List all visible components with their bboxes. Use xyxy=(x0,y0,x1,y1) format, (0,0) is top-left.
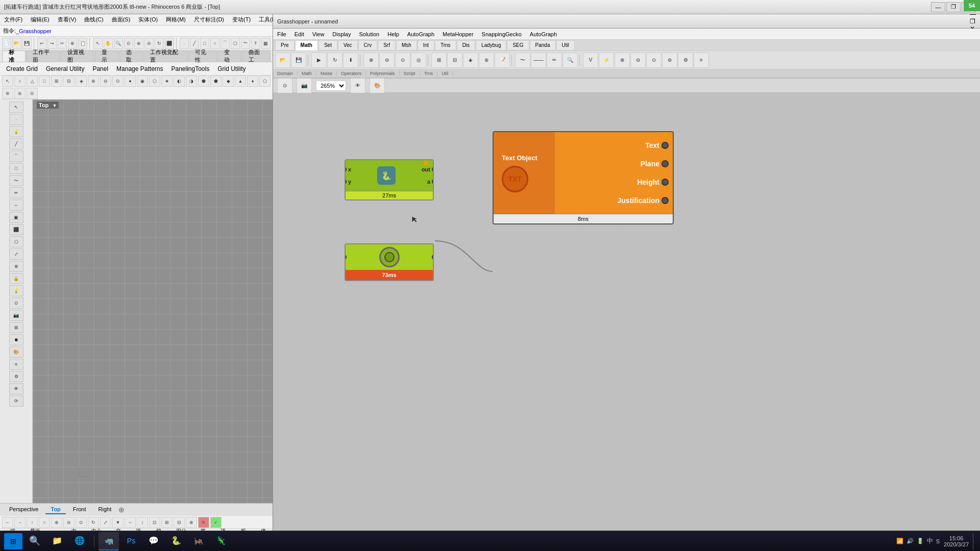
gh-tb-recompute[interactable]: ↻ xyxy=(327,53,342,68)
gh-canvas[interactable]: x y 🐍 xyxy=(273,93,980,551)
tb2-11[interactable]: ● xyxy=(125,76,136,87)
lt-line[interactable]: ╱ xyxy=(9,138,23,149)
gh-tb-extra-7[interactable]: ⚙ xyxy=(678,53,693,68)
gh-tab-dis[interactable]: Dis xyxy=(457,40,475,51)
gh-tab-pre[interactable]: Pre xyxy=(275,40,295,51)
gh-tab-crv[interactable]: Crv xyxy=(358,40,378,51)
gh-tb-notes[interactable]: 📝 xyxy=(495,53,510,68)
lt-arc[interactable]: ⌒ xyxy=(9,151,23,162)
lt-render[interactable]: 🎨 xyxy=(9,346,23,358)
tb-open[interactable]: 📂 xyxy=(12,38,21,49)
gh-restore[interactable]: ❐ xyxy=(970,18,976,25)
lt-history[interactable]: ⟳ xyxy=(9,395,23,407)
tb-select[interactable]: ↖ xyxy=(93,38,103,49)
tb-cut[interactable]: ✂ xyxy=(58,38,67,49)
gh-python-in-x-connector[interactable] xyxy=(345,166,347,172)
gh-node-text[interactable]: Text Object TXT Text Plane xyxy=(493,131,674,224)
gh-tb-sketch[interactable]: ✏ xyxy=(547,53,562,68)
tb2-2[interactable]: ○ xyxy=(14,76,26,87)
gh-out-plane-connector[interactable] xyxy=(662,160,669,167)
tb2-20[interactable]: ▲ xyxy=(235,76,246,87)
gh-tab-math[interactable]: Math xyxy=(295,40,318,51)
tb-rect[interactable]: □ xyxy=(200,38,209,49)
lt-visible[interactable]: 👁 xyxy=(9,383,23,394)
tb2-25[interactable]: ⊝ xyxy=(27,88,38,99)
tab-display[interactable]: 显示 xyxy=(95,51,118,62)
tb2-7[interactable]: ◈ xyxy=(76,76,87,87)
gh-text-left-connector[interactable] xyxy=(493,169,494,177)
taskbar-show-desktop[interactable] xyxy=(973,533,976,549)
vp-tab-add[interactable]: ⊕ xyxy=(118,506,125,514)
vp-tab-right[interactable]: Right xyxy=(93,505,117,514)
taskbar-network[interactable]: 📶 xyxy=(896,538,903,544)
tb2-4[interactable]: □ xyxy=(39,76,50,87)
bt-8[interactable]: ↻ xyxy=(88,517,99,528)
gh-zoom-visible[interactable]: ⊙ xyxy=(277,78,292,93)
gh-menu-autograph2[interactable]: AutoGraph xyxy=(528,30,559,38)
gh-tb-extra-6[interactable]: ⊜ xyxy=(662,53,677,68)
taskbar-lang-zh[interactable]: 中 xyxy=(927,537,933,545)
gh-tab-panda[interactable]: Panda xyxy=(530,40,556,51)
tb2-8[interactable]: ⊕ xyxy=(88,76,99,87)
taskbar-search[interactable]: 🔍 xyxy=(24,532,45,550)
taskbar-gh[interactable]: 🦗 xyxy=(188,532,209,550)
tb2-15[interactable]: ◐ xyxy=(174,76,185,87)
gh-tab-int[interactable]: Int xyxy=(418,40,434,51)
taskbar-ps[interactable]: Ps xyxy=(121,532,141,550)
tab-transform[interactable]: 变动 xyxy=(217,51,241,62)
taskbar-wechat[interactable]: 💬 xyxy=(143,532,164,550)
bt-14[interactable]: ⊞ xyxy=(161,517,173,528)
tb2-6[interactable]: ⊟ xyxy=(63,76,75,87)
tb2-16[interactable]: ◑ xyxy=(186,76,197,87)
bt-10[interactable]: ▼ xyxy=(112,517,124,528)
menu-surface[interactable]: 曲面(S) xyxy=(110,15,133,24)
menu-file[interactable]: 文件(F) xyxy=(2,15,24,24)
bt-1[interactable]: ← xyxy=(2,517,13,528)
tab-select[interactable]: 选取 xyxy=(119,51,143,62)
tb-new[interactable]: 📄 xyxy=(2,38,11,49)
gh-tb-zoomout[interactable]: ⊖ xyxy=(379,53,395,68)
gh-tb-zoomsel[interactable]: ◎ xyxy=(411,53,426,68)
bt-16[interactable]: ⊕ xyxy=(186,517,197,528)
lt-freehand[interactable]: ✏ xyxy=(9,187,23,198)
gh-tb-wire-full[interactable]: 〜 xyxy=(515,53,530,68)
tb-pan[interactable]: ✋ xyxy=(104,38,113,49)
tab-paneling-tools[interactable]: PanelingTools xyxy=(169,64,211,73)
vp-tab-front[interactable]: Front xyxy=(68,505,91,514)
gh-tb-open[interactable]: 📂 xyxy=(275,53,290,68)
tb-zoom-out[interactable]: ⊖ xyxy=(144,38,154,49)
rhino-viewport[interactable]: Top ▼ x y xyxy=(33,99,273,503)
lt-rect[interactable]: □ xyxy=(9,163,23,174)
bt-11[interactable]: ↔ xyxy=(125,517,136,528)
minimize-button[interactable]: — xyxy=(931,2,945,12)
tb2-24[interactable]: ⊜ xyxy=(14,88,26,99)
gh-node-python-sub[interactable]: 73ms xyxy=(345,243,434,281)
gh-zoom-cam[interactable]: 📷 xyxy=(297,78,312,93)
gh-tb-find[interactable]: 🔍 xyxy=(562,53,578,68)
tb-curve[interactable]: 〜 xyxy=(241,38,250,49)
gh-node-python[interactable]: x y 🐍 xyxy=(345,159,434,201)
taskbar-start[interactable]: ⊞ xyxy=(4,533,22,549)
tb-hatch[interactable]: ▦ xyxy=(261,38,271,49)
gh-tb-extra-8[interactable]: ≡ xyxy=(694,53,709,68)
bt-5[interactable]: ⊕ xyxy=(51,517,62,528)
taskbar-input-icon[interactable]: S xyxy=(936,538,940,544)
gh-tab-trns[interactable]: Trns xyxy=(435,40,456,51)
gh-menu-snappinggecko[interactable]: SnappingGecko xyxy=(480,30,524,38)
menu-transform[interactable]: 变动(T) xyxy=(230,15,253,24)
tb-redo[interactable]: ↪ xyxy=(47,38,57,49)
lt-light2[interactable]: 💡 xyxy=(9,285,23,296)
tab-create-grid[interactable]: Create Grid xyxy=(4,64,40,73)
gh-tb-bake[interactable]: ⬇ xyxy=(343,53,358,68)
vp-tab-perspective[interactable]: Perspective xyxy=(4,505,43,514)
tab-general-utility[interactable]: General Utility xyxy=(44,64,86,73)
gh-tb-extra-3[interactable]: ⊕ xyxy=(615,53,630,68)
gh-tab-msh[interactable]: Msh xyxy=(396,40,417,51)
gh-tab-util[interactable]: Util xyxy=(556,40,575,51)
lt-camera[interactable]: 📷 xyxy=(9,310,23,321)
gh-menu-help[interactable]: Help xyxy=(385,30,401,38)
gh-tb-ungroup[interactable]: ⊟ xyxy=(447,53,462,68)
bt-9[interactable]: ⤢ xyxy=(100,517,111,528)
lt-props[interactable]: ⚙ xyxy=(9,371,23,382)
gh-python-in-y-connector[interactable] xyxy=(345,179,347,185)
